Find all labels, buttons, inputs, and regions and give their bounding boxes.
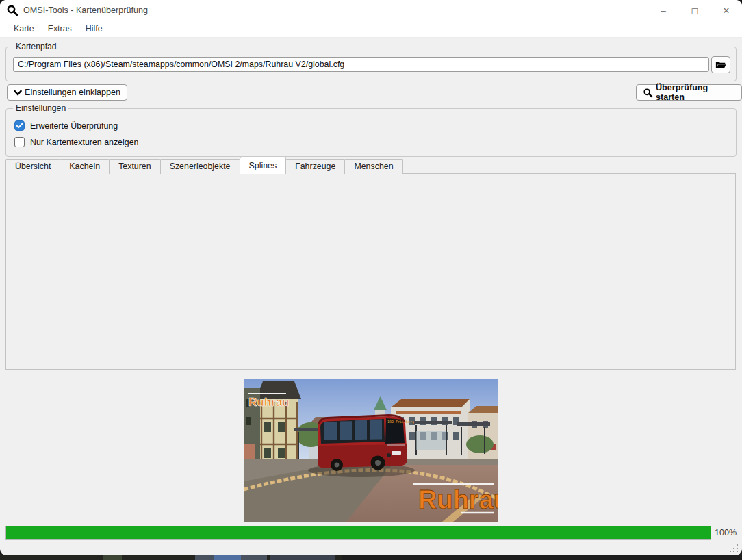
maximize-button[interactable]: ◻ — [679, 0, 711, 21]
minimize-button[interactable]: – — [648, 0, 679, 21]
tab-bar: ÜbersichtKachelnTexturenSzenerieobjekteS… — [5, 159, 402, 174]
chevron-down-icon — [14, 90, 22, 96]
preview-logo-large: Ruhrau — [418, 485, 498, 514]
window-title: OMSI-Tools - Kartenüberprüfung — [23, 5, 148, 15]
progress-bar — [5, 526, 711, 540]
tab[interactable]: Szenerieobjekte — [160, 159, 240, 174]
progress-percentage: 100% — [715, 528, 737, 537]
kartenpfad-group: Kartenpfad — [5, 47, 737, 81]
tab[interactable]: Fahrzeuge — [285, 159, 345, 174]
settings-group: Einstellungen Erweiterte Überprüfung Nur… — [5, 108, 737, 157]
kartenpfad-group-label: Kartenpfad — [13, 42, 60, 51]
checkbox-unchecked-icon — [14, 137, 25, 147]
checkbox-extended-check-label: Erweiterte Überprüfung — [30, 121, 118, 131]
taskbar-area — [342, 555, 742, 560]
collapse-settings-label: Einstellungen einklappen — [25, 88, 120, 97]
taskbar-thumbnail — [270, 555, 335, 560]
taskbar-thumbnail — [214, 555, 241, 560]
resize-grip[interactable] — [727, 542, 738, 552]
title-bar[interactable]: OMSI-Tools - Kartenüberprüfung – ◻ ✕ — [0, 0, 742, 21]
desktop: OMSI-Tools - Kartenüberprüfung – ◻ ✕ Kar… — [0, 0, 742, 560]
collapse-settings-button[interactable]: Einstellungen einklappen — [7, 84, 127, 101]
tab[interactable]: Kacheln — [60, 159, 110, 174]
svg-text:182 Friedberg: 182 Friedberg — [387, 420, 414, 424]
menu-item[interactable]: Hilfe — [79, 22, 110, 36]
folder-icon — [715, 60, 726, 69]
app-magnifier-icon — [6, 4, 18, 16]
checkbox-checked-icon — [14, 120, 25, 131]
app-window: OMSI-Tools - Kartenüberprüfung – ◻ ✕ Kar… — [0, 0, 742, 555]
tab[interactable]: Übersicht — [5, 159, 60, 174]
preview-logo-small: Ruhrau — [248, 396, 290, 409]
start-check-button[interactable]: Überprüfung starten — [636, 84, 742, 101]
map-path-input[interactable] — [13, 57, 709, 72]
checkbox-map-textures-only[interactable]: Nur Kartentexturen anzeigen — [14, 137, 138, 147]
map-preview-image: 182 Friedberg Ruhrau Ruhrau — [244, 379, 498, 522]
browse-folder-button[interactable] — [711, 56, 730, 73]
tab[interactable]: Texturen — [109, 159, 161, 174]
checkbox-extended-check[interactable]: Erweiterte Überprüfung — [14, 120, 118, 131]
close-button[interactable]: ✕ — [711, 0, 742, 21]
menu-bar: KarteExtrasHilfe — [0, 21, 742, 38]
start-check-label: Überprüfung starten — [656, 83, 735, 102]
tab[interactable]: Menschen — [344, 159, 402, 174]
splines-tab-pane — [5, 173, 736, 370]
settings-group-label: Einstellungen — [13, 103, 68, 113]
progress-bar-fill — [6, 526, 711, 539]
menu-item[interactable]: Extras — [41, 22, 79, 36]
menu-item[interactable]: Karte — [7, 22, 41, 36]
tab[interactable]: Splines — [240, 157, 287, 174]
checkbox-map-textures-only-label: Nur Kartentexturen anzeigen — [30, 138, 138, 147]
window-controls: – ◻ ✕ — [648, 0, 742, 21]
search-icon — [643, 88, 653, 98]
taskbar-thumbnail — [103, 555, 122, 560]
